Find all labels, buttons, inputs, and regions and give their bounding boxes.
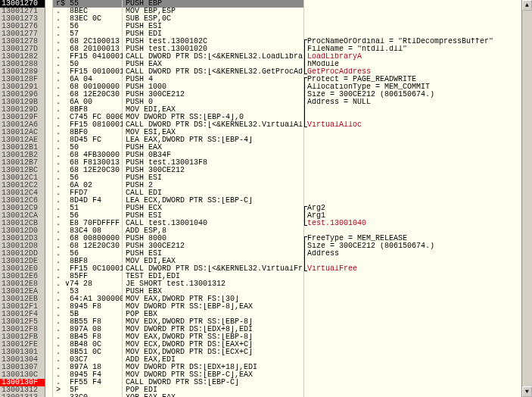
disasm-cell[interactable]: MOV EDX,DWORD PTR DS:[ECX+C]: [123, 349, 303, 356]
disasm-cell[interactable]: LEA ECX,DWORD PTR SS:[EBP-C]: [123, 197, 303, 205]
comment-cell[interactable]: [304, 174, 532, 182]
disasm-cell[interactable]: PUSH 300CE212: [123, 167, 303, 174]
disasm-cell[interactable]: CALL DWORD PTR DS:[<&KERNEL32.VirtualFr: [123, 265, 303, 273]
disasm-cell[interactable]: MOV EAX,DWORD PTR SS:[EBP-8]: [123, 333, 303, 341]
comment-cell[interactable]: [304, 356, 532, 364]
comment-cell[interactable]: [304, 273, 532, 280]
comment-cell[interactable]: Size = 300CE212 (806150674.): [304, 242, 532, 250]
comment-column[interactable]: ProcNameOrOrdinal = "RtlDecompressBuffer…: [304, 0, 532, 397]
disasm-cell[interactable]: CALL test.13001040: [123, 220, 303, 227]
disasm-cell[interactable]: PUSH 8000: [123, 235, 303, 242]
comment-cell[interactable]: [304, 189, 532, 197]
comment-cell[interactable]: Address: [304, 250, 532, 258]
disasm-cell[interactable]: PUSH 300CE212: [123, 91, 303, 98]
comment-cell[interactable]: [304, 129, 532, 136]
disasm-cell[interactable]: PUSH EAX: [123, 61, 303, 68]
comment-cell[interactable]: test.13001040: [304, 220, 532, 227]
disasm-cell[interactable]: TEST EDI,EDI: [123, 273, 303, 280]
disasm-cell[interactable]: MOV ESI,EAX: [123, 129, 303, 136]
comment-cell[interactable]: [304, 23, 532, 30]
disasm-cell[interactable]: CALL DWORD PTR DS:[<&KERNEL32.GetProcAd: [123, 68, 303, 76]
disasm-cell[interactable]: MOV ECX,DWORD PTR DS:[EAX+C]: [123, 341, 303, 349]
disasm-cell[interactable]: MOV DWORD PTR SS:[EBP-4],0: [123, 114, 303, 121]
disasm-cell[interactable]: XOR EAX,EAX: [123, 394, 303, 397]
address-cell[interactable]: 13001313: [0, 394, 45, 397]
comment-cell[interactable]: [304, 379, 532, 386]
comment-cell[interactable]: Protect = PAGE_READWRITE: [304, 76, 532, 83]
comment-cell[interactable]: [304, 15, 532, 23]
scroll-down-button[interactable]: ▼: [522, 386, 532, 397]
comment-cell[interactable]: [304, 311, 532, 318]
comment-cell[interactable]: FileName = "ntdll.dll": [304, 45, 532, 53]
comment-cell[interactable]: [304, 318, 532, 326]
comment-cell[interactable]: [304, 288, 532, 295]
address-column[interactable]: 1300127013001271130012731300127613001277…: [0, 0, 45, 397]
comment-cell[interactable]: hModule: [304, 61, 532, 68]
comment-cell[interactable]: [304, 258, 532, 265]
scroll-up-button[interactable]: ▲: [522, 0, 532, 11]
comment-cell[interactable]: [304, 106, 532, 114]
comment-cell[interactable]: ProcNameOrOrdinal = "RtlDecompressBuffer…: [304, 38, 532, 45]
comment-cell[interactable]: LoadLibraryA: [304, 53, 532, 61]
disasm-cell[interactable]: ADD ESP,8: [123, 227, 303, 235]
comment-cell[interactable]: [304, 303, 532, 311]
comment-cell[interactable]: VirtualAlloc: [304, 121, 532, 129]
comment-cell[interactable]: Address = NULL: [304, 98, 532, 106]
comment-cell[interactable]: [304, 371, 532, 379]
disasm-cell[interactable]: MOV EBP,ESP: [123, 8, 303, 15]
comment-cell[interactable]: [304, 349, 532, 356]
comment-cell[interactable]: [304, 159, 532, 167]
comment-cell[interactable]: [304, 114, 532, 121]
comment-cell[interactable]: [304, 280, 532, 288]
disasm-cell[interactable]: MOV EDI,EAX: [123, 106, 303, 114]
disasm-cell[interactable]: PUSH 300CE212: [123, 242, 303, 250]
comment-cell[interactable]: [304, 0, 532, 8]
disasm-cell[interactable]: POP EDI: [123, 386, 303, 394]
comment-cell[interactable]: [304, 136, 532, 144]
comment-cell[interactable]: GetProcAddress: [304, 68, 532, 76]
disasm-cell[interactable]: PUSH 2: [123, 182, 303, 189]
disasm-cell[interactable]: PUSH 1000: [123, 83, 303, 91]
comment-cell[interactable]: [304, 227, 532, 235]
disasm-cell[interactable]: MOV DWORD PTR DS:[EDX+18],EDI: [123, 364, 303, 371]
comment-cell[interactable]: Arg2: [304, 205, 532, 212]
disasm-cell[interactable]: PUSH test.130013F8: [123, 159, 303, 167]
bytes-cell[interactable]: . 33C0: [53, 394, 122, 397]
disasm-cell[interactable]: PUSH 0: [123, 98, 303, 106]
comment-cell[interactable]: AllocationType = MEM_COMMIT: [304, 83, 532, 91]
disasm-cell[interactable]: PUSH ESI: [123, 23, 303, 30]
disasm-cell[interactable]: POP EBX: [123, 311, 303, 318]
comment-cell[interactable]: [304, 386, 532, 394]
comment-cell[interactable]: VirtualFree: [304, 265, 532, 273]
disasm-cell[interactable]: PUSH EDI: [123, 30, 303, 38]
comment-cell[interactable]: [304, 295, 532, 303]
disasm-cell[interactable]: CALL DWORD PTR DS:[<&KERNEL32.VirtualAl: [123, 121, 303, 129]
disasm-cell[interactable]: SUB ESP,0C: [123, 15, 303, 23]
comment-cell[interactable]: [304, 326, 532, 333]
comment-cell[interactable]: Size = 300CE212 (806150674.): [304, 91, 532, 98]
comment-cell[interactable]: [304, 341, 532, 349]
disasm-cell[interactable]: MOV DWORD PTR SS:[EBP-8],EAX: [123, 303, 303, 311]
disasm-cell[interactable]: PUSH test.1300102C: [123, 38, 303, 45]
disasm-cell[interactable]: PUSH ECX: [123, 205, 303, 212]
comment-cell[interactable]: [304, 394, 532, 397]
disasm-cell[interactable]: PUSH ESI: [123, 174, 303, 182]
disasm-cell[interactable]: PUSH 4: [123, 76, 303, 83]
comment-cell[interactable]: [304, 167, 532, 174]
disasm-cell[interactable]: JE SHORT test.13001312: [123, 280, 303, 288]
comment-cell[interactable]: FreeType = MEM_RELEASE: [304, 235, 532, 242]
disassembly-column[interactable]: PUSH EBPMOV EBP,ESPSUB ESP,0CPUSH ESIPUS…: [123, 0, 304, 397]
disasm-cell[interactable]: PUSH EBP: [123, 0, 303, 8]
disasm-cell[interactable]: LEA EAX,DWORD PTR SS:[EBP-4]: [123, 136, 303, 144]
comment-cell[interactable]: Arg1: [304, 212, 532, 220]
disasm-cell[interactable]: CALL EDI: [123, 189, 303, 197]
disasm-cell[interactable]: MOV EDX,DWORD PTR SS:[EBP-8]: [123, 318, 303, 326]
comment-cell[interactable]: [304, 8, 532, 15]
scrollbar[interactable]: ▲ ▼: [521, 0, 532, 397]
disasm-cell[interactable]: PUSH EBX: [123, 288, 303, 295]
disasm-cell[interactable]: PUSH ESI: [123, 250, 303, 258]
comment-cell[interactable]: [304, 30, 532, 38]
disasm-cell[interactable]: MOV DWORD PTR SS:[EBP-C],EAX: [123, 371, 303, 379]
disasm-cell[interactable]: PUSH ESI: [123, 212, 303, 220]
comment-cell[interactable]: [304, 182, 532, 189]
